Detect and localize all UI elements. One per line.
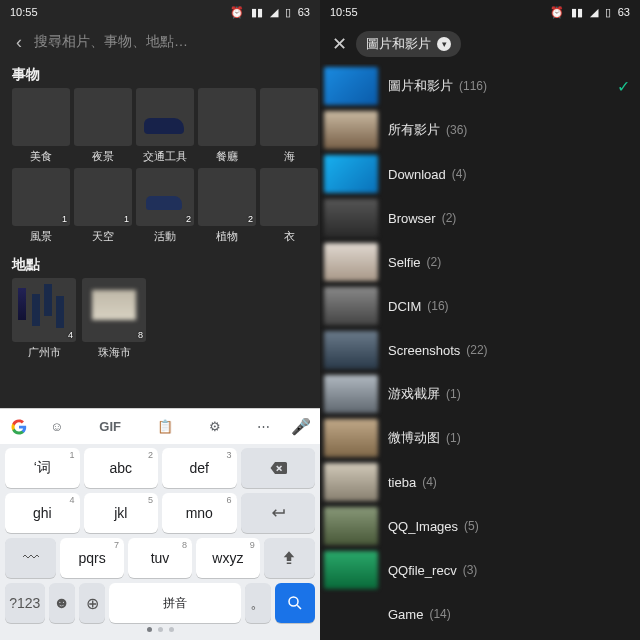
key[interactable]: 4ghi (5, 493, 80, 533)
folder-row[interactable]: QQfile_recv(3) (320, 548, 640, 592)
period-key[interactable]: 。 (245, 583, 271, 623)
folder-name: tieba (388, 475, 416, 490)
google-icon[interactable] (6, 414, 32, 440)
battery-icon: ▯ (605, 6, 611, 19)
key[interactable]: 5jkl (84, 493, 159, 533)
folder-thumb (324, 419, 378, 457)
place-tile[interactable]: 8珠海市 (82, 278, 146, 360)
search-placeholder: 搜尋相片、事物、地點… (30, 33, 312, 51)
shift-key[interactable] (264, 538, 315, 578)
backspace-key[interactable] (241, 448, 316, 488)
category-tile[interactable]: 2植物 (198, 168, 256, 244)
folder-row[interactable]: Download(4) (320, 152, 640, 196)
folder-thumb (324, 595, 378, 633)
folder-row[interactable]: Game(14) (320, 592, 640, 636)
svg-line-2 (297, 605, 301, 609)
category-tile[interactable]: 美食 (12, 88, 70, 164)
section-places: 地點 (0, 250, 320, 278)
back-icon[interactable]: ‹ (8, 32, 30, 53)
signal-icon: ◢ (270, 6, 278, 19)
category-tile[interactable]: 夜景 (74, 88, 132, 164)
folder-count: (2) (427, 255, 442, 269)
folder-row[interactable]: tieba(4) (320, 460, 640, 504)
place-tile[interactable]: 4广州市 (12, 278, 76, 360)
alarm-icon: ⏰ (230, 6, 244, 19)
search-key[interactable] (275, 583, 315, 623)
check-icon: ✓ (617, 77, 630, 96)
more-icon[interactable]: ⋯ (257, 419, 270, 434)
search-bar[interactable]: ‹ 搜尋相片、事物、地點… (0, 24, 320, 60)
key[interactable]: 7pqrs (60, 538, 124, 578)
key[interactable]: 8tuv (128, 538, 192, 578)
category-tile[interactable]: 2活動 (136, 168, 194, 244)
folder-row[interactable]: 所有影片(36) (320, 108, 640, 152)
close-icon[interactable]: ✕ (328, 33, 350, 55)
folder-name: 圖片和影片 (388, 77, 453, 95)
folder-thumb (324, 111, 378, 149)
hide-key[interactable]: 〰 (5, 538, 56, 578)
settings-icon[interactable]: ⚙ (209, 419, 221, 434)
folder-thumb (324, 375, 378, 413)
battery-text: 63 (298, 6, 310, 18)
folder-count: (16) (427, 299, 448, 313)
enter-key[interactable] (241, 493, 316, 533)
signal-icon: ◢ (590, 6, 598, 19)
emoji-key[interactable]: ☻ (49, 583, 75, 623)
category-tile[interactable]: 1風景 (12, 168, 70, 244)
gif-button[interactable]: GIF (99, 419, 121, 434)
folder-list[interactable]: 圖片和影片(116)✓所有影片(36)Download(4)Browser(2)… (320, 64, 640, 640)
globe-key[interactable]: ⊕ (79, 583, 105, 623)
folder-thumb (324, 463, 378, 501)
key[interactable]: 9wxyz (196, 538, 260, 578)
folder-header: ✕ 圖片和影片 ▾ (320, 24, 640, 64)
folder-name: Screenshots (388, 343, 460, 358)
symbols-key[interactable]: ?123 (5, 583, 45, 623)
right-screen: 10:55 ⏰ ▮▮ ◢ ▯ 63 ✕ 圖片和影片 ▾ 圖片和影片(116)✓所… (320, 0, 640, 640)
status-bar: 10:55 ⏰ ▮▮ ◢ ▯ 63 (320, 0, 640, 24)
clipboard-icon[interactable]: 📋 (157, 419, 173, 434)
folder-name: Download (388, 167, 446, 182)
key[interactable]: 2abc (84, 448, 159, 488)
folder-count: (22) (466, 343, 487, 357)
alarm-icon: ⏰ (550, 6, 564, 19)
folder-count: (36) (446, 123, 467, 137)
folder-row[interactable]: QQ_Images(5) (320, 504, 640, 548)
space-key[interactable]: 拼音 (109, 583, 241, 623)
category-tile[interactable]: 海 (260, 88, 318, 164)
page-dots (3, 625, 317, 637)
folder-row[interactable]: Browser(2) (320, 196, 640, 240)
battery-icon: ▯ (285, 6, 291, 19)
sticker-icon[interactable]: ☺ (50, 419, 63, 434)
folder-name: QQfile_recv (388, 563, 457, 578)
category-tile[interactable]: 衣 (260, 168, 318, 244)
category-tile[interactable]: 餐廳 (198, 88, 256, 164)
folder-count: (1) (446, 431, 461, 445)
svg-point-1 (289, 597, 298, 606)
folder-row[interactable]: Selfie(2) (320, 240, 640, 284)
things-row-1: 美食 夜景 交通工具 餐廳 海 (0, 88, 320, 164)
folder-name: Game (388, 607, 423, 622)
folder-name: DCIM (388, 299, 421, 314)
folder-row[interactable]: 游戏截屏(1) (320, 372, 640, 416)
svg-rect-0 (287, 563, 292, 565)
key[interactable]: 3def (162, 448, 237, 488)
key[interactable]: 6mno (162, 493, 237, 533)
folder-thumb (324, 551, 378, 589)
status-bar: 10:55 ⏰ ▮▮ ◢ ▯ 63 (0, 0, 320, 24)
folder-row[interactable]: 圖片和影片(116)✓ (320, 64, 640, 108)
section-things: 事物 (0, 60, 320, 88)
folder-row[interactable]: 微博动图(1) (320, 416, 640, 460)
mic-icon[interactable]: 🎤 (288, 414, 314, 440)
category-tile[interactable]: 交通工具 (136, 88, 194, 164)
folder-name: 游戏截屏 (388, 385, 440, 403)
folder-thumb (324, 287, 378, 325)
folder-count: (4) (452, 167, 467, 181)
folder-row[interactable]: Screenshots(22) (320, 328, 640, 372)
clock: 10:55 (10, 6, 38, 18)
folder-dropdown[interactable]: 圖片和影片 ▾ (356, 31, 461, 57)
chevron-down-icon: ▾ (437, 37, 451, 51)
folder-row[interactable]: DCIM(16) (320, 284, 640, 328)
left-screen: 10:55 ⏰ ▮▮ ◢ ▯ 63 ‹ 搜尋相片、事物、地點… 事物 美食 夜景… (0, 0, 320, 640)
key[interactable]: 1‘词 (5, 448, 80, 488)
category-tile[interactable]: 1天空 (74, 168, 132, 244)
